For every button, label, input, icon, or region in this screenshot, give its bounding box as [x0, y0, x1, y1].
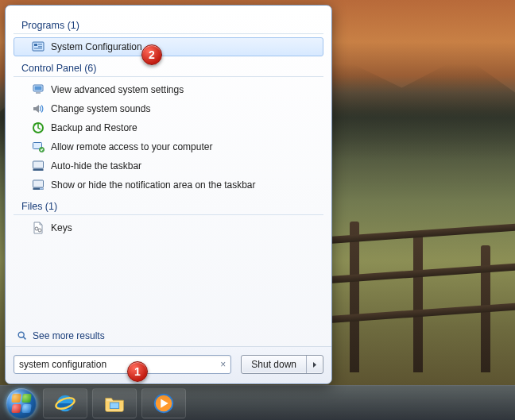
- clear-search-button[interactable]: ×: [219, 358, 227, 371]
- taskbar: [0, 385, 515, 420]
- result-label: System Configuration: [51, 41, 142, 52]
- shutdown-menu-arrow[interactable]: [307, 356, 323, 373]
- shutdown-split-button[interactable]: Shut down: [241, 355, 323, 374]
- search-icon: [17, 330, 28, 341]
- group-header-controlpanel: Control Panel (6): [14, 58, 323, 77]
- start-menu-panel: Programs (1) System Configuration Contro…: [5, 5, 332, 384]
- computer-icon: [32, 83, 45, 96]
- result-file-keys[interactable]: Keys: [14, 218, 323, 237]
- svg-rect-6: [35, 87, 42, 91]
- result-remote-access[interactable]: Allow remote access to your computer: [14, 137, 323, 156]
- svg-rect-15: [40, 188, 43, 190]
- ie-icon: [53, 391, 77, 415]
- result-system-sounds[interactable]: Change system sounds: [14, 99, 323, 118]
- shutdown-button[interactable]: Shut down: [242, 356, 307, 373]
- start-menu-footer: × Shut down: [6, 346, 331, 383]
- folder-icon: [103, 391, 126, 415]
- search-results: Programs (1) System Configuration Contro…: [6, 6, 331, 326]
- group-header-programs: Programs (1): [14, 15, 323, 34]
- svg-line-19: [23, 337, 25, 339]
- search-input[interactable]: [14, 359, 230, 370]
- result-notification-area[interactable]: Show or hide the notification area on th…: [14, 175, 323, 195]
- result-label: Auto-hide the taskbar: [51, 160, 141, 171]
- see-more-label: See more results: [33, 330, 105, 341]
- taskbar-media-player[interactable]: [141, 388, 186, 418]
- svg-rect-3: [38, 46, 42, 48]
- svg-rect-12: [33, 169, 44, 171]
- result-backup-restore[interactable]: Backup and Restore: [14, 118, 323, 137]
- annotation-bubble-1: 1: [127, 361, 148, 382]
- result-autohide-taskbar[interactable]: Auto-hide the taskbar: [14, 156, 323, 175]
- svg-rect-2: [38, 44, 42, 45]
- speaker-icon: [32, 102, 45, 115]
- svg-point-18: [18, 332, 24, 337]
- result-advanced-system-settings[interactable]: View advanced system settings: [14, 80, 323, 99]
- result-label: Keys: [51, 222, 72, 233]
- svg-rect-11: [33, 161, 44, 168]
- taskbar-file-explorer[interactable]: [92, 388, 137, 418]
- msconfig-icon: [32, 40, 45, 53]
- start-button[interactable]: [3, 386, 40, 421]
- see-more-results[interactable]: See more results: [6, 326, 331, 346]
- svg-rect-1: [34, 44, 37, 46]
- result-system-configuration[interactable]: System Configuration: [14, 37, 323, 56]
- tray-icon: [32, 179, 45, 191]
- ini-file-icon: [32, 222, 45, 234]
- group-header-files: Files (1): [14, 196, 323, 215]
- taskbar-internet-explorer[interactable]: [43, 388, 87, 418]
- svg-rect-7: [36, 92, 41, 94]
- result-label: View advanced system settings: [51, 84, 184, 95]
- taskbar-icon: [32, 160, 45, 172]
- result-label: Show or hide the notification area on th…: [51, 179, 256, 191]
- backup-icon: [32, 121, 45, 134]
- result-label: Change system sounds: [51, 103, 150, 114]
- svg-rect-22: [110, 403, 118, 409]
- result-label: Allow remote access to your computer: [51, 141, 212, 152]
- remote-icon: [32, 141, 45, 153]
- windows-orb-icon: [6, 388, 37, 418]
- svg-rect-13: [33, 180, 44, 187]
- wallpaper-fence: [318, 198, 515, 372]
- wmp-icon: [152, 391, 176, 415]
- svg-rect-4: [34, 48, 42, 49]
- result-label: Backup and Restore: [51, 122, 137, 133]
- annotation-bubble-2: 2: [141, 44, 162, 65]
- search-box[interactable]: ×: [14, 355, 231, 374]
